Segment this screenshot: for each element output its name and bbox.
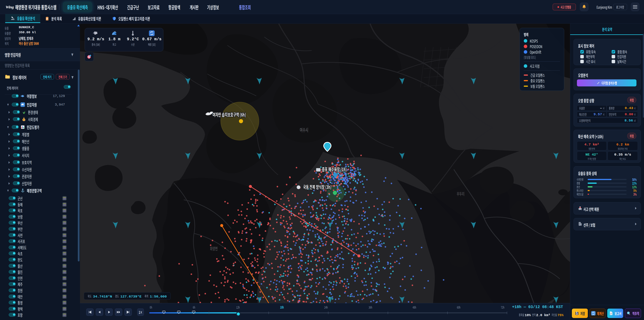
svg-text:증포 해수욕장 (1h): 증포 해수욕장 (1h) xyxy=(322,165,347,173)
svg-text:화양면: 화양면 xyxy=(210,245,218,252)
svg-text:여자만 습지보호구역 (6h): 여자만 습지보호구역 (6h) xyxy=(212,111,246,118)
svg-text:우두리: 우두리 xyxy=(457,190,464,197)
svg-text:국동 전복 양식장 (3h): 국동 전복 양식장 (3h) xyxy=(303,183,332,190)
svg-text:여수시: 여수시 xyxy=(300,126,308,133)
svg-text:$: $ xyxy=(23,119,24,121)
